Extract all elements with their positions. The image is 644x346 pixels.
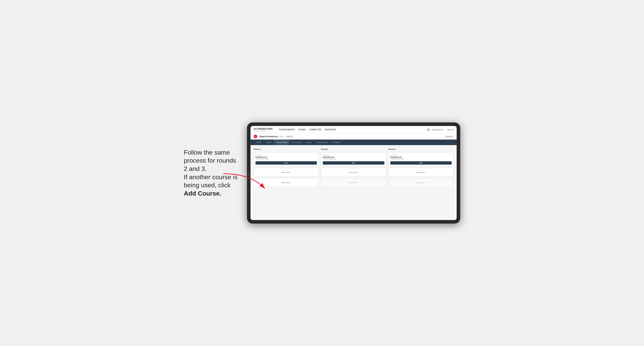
- c-logo-icon: C: [254, 135, 257, 138]
- round-2-add-course-1-text: Add Course +: [349, 172, 358, 173]
- round-3-title: Round 3: [388, 148, 454, 150]
- round-3-course-details: Yellow (M) (6629 yds): [390, 158, 452, 160]
- round-3-add-course-1-text: Add Course +: [416, 172, 426, 173]
- top-nav: SCOREBOARD Powered by clippd TOURNAMENTS…: [250, 126, 457, 134]
- round-3-column: Round 3 ☐ (Course A) Peachtree GC Yellow…: [388, 148, 454, 187]
- round-2-course-details: Yellow (M) (6629 yds): [323, 158, 384, 160]
- tournament-sub: (Men): [279, 136, 284, 137]
- round-1-add-course-1[interactable]: Add Course +: [254, 168, 319, 177]
- tab-results[interactable]: Results: [304, 140, 314, 145]
- tab-bar: Details Teams Course Setup Tee Groups Re…: [250, 140, 457, 145]
- round-3-course-label: (Course A): [390, 154, 452, 156]
- tablet-screen: SCOREBOARD Powered by clippd TOURNAMENTS…: [250, 126, 457, 220]
- nav-teams[interactable]: TEAMS: [298, 129, 306, 131]
- page-wrapper: Follow the same process for rounds 2 and…: [184, 122, 460, 224]
- nav-tournaments[interactable]: TOURNAMENTS: [279, 129, 295, 131]
- round-2-course-card: ☐ (Course A) Peachtree GC Yellow (M) (66…: [321, 153, 386, 167]
- cancel-button[interactable]: Cancel ✕: [445, 136, 454, 138]
- logo-scoreboard: SCOREBOARD: [254, 128, 273, 130]
- tab-course-setup[interactable]: Course Setup: [274, 140, 290, 145]
- round-2-course-name: Peachtree GC: [323, 156, 384, 158]
- tab-teams[interactable]: Teams: [264, 140, 274, 145]
- round-1-delete-icon[interactable]: ☐: [316, 154, 317, 156]
- nav-rankings[interactable]: RANKINGS: [325, 129, 336, 131]
- nav-right: blair@clippd.io | Sign out: [427, 128, 454, 131]
- round-3-add-course-2-text: Add Course +: [416, 182, 426, 183]
- round-1-add-course-2-text: Add Course +: [281, 182, 291, 183]
- rounds-container: Round 1 ☐ (Course A) Peachtree GC Yellow…: [254, 148, 454, 187]
- round-2-course-label: (Course A): [323, 154, 384, 156]
- round-3-add-course-2: Add Course +: [388, 178, 454, 187]
- round-3-edit-button[interactable]: Edit: [390, 161, 452, 165]
- round-1-course-label: (Course A): [256, 154, 317, 156]
- round-3-add-course-1[interactable]: Add Course +: [388, 168, 454, 177]
- nav-email: blair@clippd.io: [432, 129, 443, 131]
- logo-sub: Powered by clippd: [254, 130, 273, 132]
- round-1-course-name: Peachtree GC: [256, 156, 317, 158]
- round-2-add-course-1[interactable]: Add Course +: [321, 168, 386, 177]
- round-1-add-course-2[interactable]: Add Course +: [254, 178, 319, 187]
- nav-separator: |: [445, 129, 446, 131]
- instruction-panel: Follow the same process for rounds 2 and…: [184, 149, 239, 198]
- round-1-title: Round 1: [254, 148, 319, 150]
- logo-area: SCOREBOARD Powered by clippd: [254, 128, 273, 132]
- round-2-title: Round 2: [321, 148, 386, 150]
- instruction-text: Follow the same process for rounds 2 and…: [184, 149, 238, 197]
- nav-signout[interactable]: Sign out: [447, 129, 454, 131]
- main-content: Round 1 ☐ (Course A) Peachtree GC Yellow…: [250, 145, 457, 220]
- round-2-delete-icon[interactable]: ☐: [383, 154, 385, 156]
- annotation-wrapper: Round 1 ☐ (Course A) Peachtree GC Yellow…: [254, 148, 454, 187]
- nav-avatar: [427, 128, 430, 131]
- round-3-course-name: Peachtree GC: [390, 156, 452, 158]
- round-2-column: Round 2 ☐ (Course A) Peachtree GC Yellow…: [321, 148, 386, 187]
- nav-committee[interactable]: COMMITTEE: [309, 129, 322, 131]
- tab-leaderboards[interactable]: Leaderboards: [314, 140, 330, 145]
- nav-links: TOURNAMENTS TEAMS COMMITTEE RANKINGS: [279, 129, 423, 131]
- round-1-edit-button[interactable]: Edit: [256, 161, 317, 165]
- tab-printables[interactable]: Printables: [330, 140, 342, 145]
- tab-details[interactable]: Details: [254, 140, 264, 145]
- tournament-name: Clippd Invitational: [259, 135, 278, 138]
- round-2-edit-button[interactable]: Edit: [323, 161, 384, 165]
- tablet-device: SCOREBOARD Powered by clippd TOURNAMENTS…: [247, 122, 460, 224]
- tablet-button: [248, 170, 249, 176]
- hosting-badge: Hosting: [286, 135, 294, 138]
- round-1-course-card: ☐ (Course A) Peachtree GC Yellow (M) (66…: [254, 153, 319, 167]
- round-2-add-course-2: Add Course +: [321, 178, 386, 187]
- round-3-delete-icon[interactable]: ☐: [450, 154, 452, 156]
- round-3-course-card: ☐ (Course A) Peachtree GC Yellow (M) (66…: [388, 153, 454, 167]
- sub-header: C Clippd Invitational (Men) Hosting Canc…: [250, 134, 457, 140]
- instruction-bold: Add Course.: [184, 190, 221, 197]
- round-1-column: Round 1 ☐ (Course A) Peachtree GC Yellow…: [254, 148, 319, 187]
- round-1-course-details: Yellow (M) (6629 yds): [256, 158, 317, 160]
- tournament-info: C Clippd Invitational (Men) Hosting: [254, 135, 293, 138]
- round-1-add-course-1-text: Add Course +: [281, 172, 291, 173]
- tab-tee-groups[interactable]: Tee Groups: [290, 140, 304, 145]
- round-2-add-course-2-text: Add Course +: [349, 182, 358, 183]
